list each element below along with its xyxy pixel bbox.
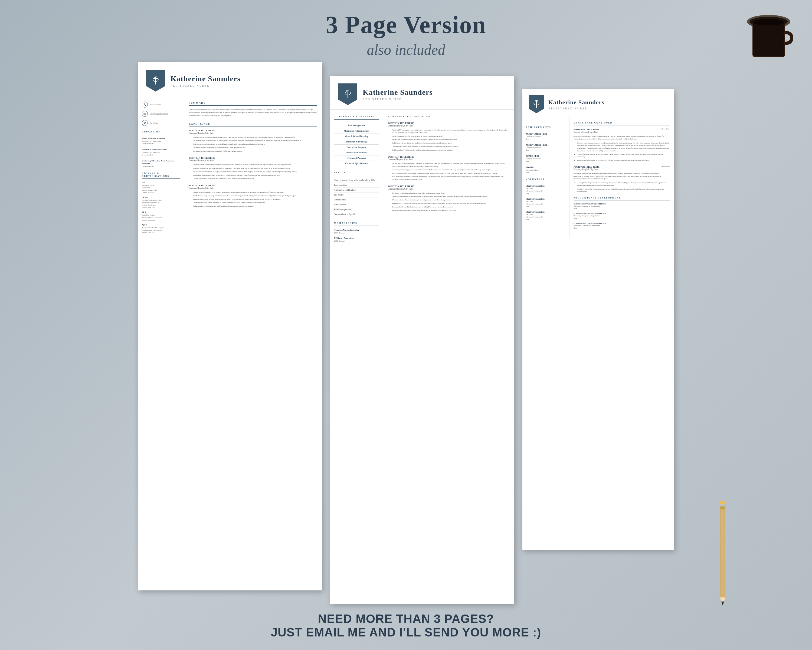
bullet: Able to facilitate positive relationship… — [577, 153, 670, 158]
cert-title: CCRN — [142, 196, 180, 199]
phone-text: 123.456.7890 — [150, 104, 161, 106]
company: Company/Hospital, City, State — [189, 132, 317, 134]
page3-main: EXPERIENCE continued POSITION TITLE HERE… — [570, 117, 674, 237]
cert-title: RN — [142, 182, 180, 184]
logo-badge-3 — [529, 95, 544, 113]
volunteer-date: Date — [526, 205, 566, 208]
bullet: Numbers are essential and really stand o… — [193, 167, 317, 170]
phone-contact: 123.456.7890 — [142, 102, 180, 107]
bullet: Created assessments, diagnoses, and plan… — [193, 177, 317, 180]
bullet: Collaborated with 4 other nursing staff … — [193, 205, 317, 208]
summary-text: Compassionate and dedicated registered n… — [189, 109, 317, 118]
education-item: Master of Science in Nursing University … — [142, 137, 180, 145]
svg-rect-19 — [720, 509, 721, 596]
edu-school: University of Pennsylvania — [142, 140, 180, 142]
volunteer-role: Your Role — [526, 187, 566, 190]
achievements-list: ACHIEVEMENT HERE Company or Hospital Dat… — [526, 133, 566, 174]
achievement-title: AWARD HERE — [526, 155, 566, 158]
company: Company/Hospital, City, State — [574, 131, 670, 133]
bullet: Consistently commended for organization,… — [577, 159, 670, 162]
bullet: Collaborate with physicians and staff to… — [392, 142, 509, 144]
skill-item: Self-Starter — [334, 193, 379, 197]
company: Company/Hospital, City, State — [388, 188, 509, 190]
job-title: POSITION TITLE HERE — [189, 129, 317, 132]
bullet: Organize your bullets from most impressi… — [193, 163, 317, 166]
bullet: Collaborated with 4 other nursing staff … — [392, 149, 509, 151]
volunteer-list: Charity/Organization Your Role Info abou… — [526, 185, 566, 221]
prof-dev-detail: University, Company or OrganizationDate — [574, 205, 670, 210]
experience-item: POSITION TITLE HERE Company/Hospital, Ci… — [388, 156, 509, 180]
bullet: This is VERY important – you need to sav… — [392, 128, 509, 134]
experience-item: POSITION TITLE HERE Company/Hospital, Ci… — [388, 122, 509, 151]
prof-dev-detail: University, Company or OrganizationDate — [574, 224, 670, 229]
page1-name-block: Katherine Saunders REGISTERED NURSE — [171, 75, 240, 87]
education-item: Continuing Education: Acute Coronary Syn… — [142, 160, 180, 168]
bottom-text: NEED MORE THAN 3 PAGES? JUST EMAIL ME AN… — [0, 612, 812, 639]
experience-list: POSITION TITLE HERE Company/Hospital, Ci… — [189, 129, 317, 208]
volunteer-item: Charity/Organization Your Role Info abou… — [526, 211, 566, 220]
skill-item: Excel under pressure — [334, 207, 379, 212]
membership-dates: 2022 - Present — [334, 240, 379, 243]
membership-dates: 2019 - Present — [334, 232, 379, 234]
bottom-line2: JUST EMAIL ME AND I'LL SEND YOU MORE :) — [0, 626, 812, 639]
page2-sidebar: AREAS OF EXPERTISE Pain ManagementMedica… — [330, 110, 383, 250]
bullet: Credited with careful attention to detai… — [577, 188, 670, 193]
achievement-title: HONORS — [526, 166, 566, 169]
bullet: Supervised refurbishing of meeting rooms… — [392, 195, 509, 198]
achievement-date: Date — [526, 171, 566, 174]
volunteer-item: Charity/Organization Your Role Info abou… — [526, 185, 566, 194]
job-title: POSITION TITLE HERE — [388, 185, 509, 188]
experience-item: POSITION TITLE HERE Company/Hospital, Ci… — [388, 185, 509, 212]
resume-page-1: Katherine Saunders REGISTERED NURSE 123.… — [138, 62, 322, 590]
volunteer-title: VOLUNTEER — [526, 178, 566, 182]
page1-header: Katherine Saunders REGISTERED NURSE — [138, 62, 322, 96]
job-title: POSITION TITLE HERE — [189, 184, 317, 187]
bullet: Assisted doctors in the delivery of medi… — [392, 202, 509, 205]
achievement-item: ACHIEVEMENT HERE Company or Hospital Dat… — [526, 133, 566, 140]
bullet: Provide direct quality care to 20 patien… — [193, 191, 317, 194]
page3-name: Katherine Saunders — [548, 99, 604, 106]
prof-dev-detail: University, Company or OrganizationDate — [574, 214, 670, 219]
page1-main: SUMMARY Compassionate and dedicated regi… — [184, 96, 322, 242]
job-title: POSITION TITLE HERE — [189, 156, 317, 159]
area-item: Emergency Response — [334, 145, 379, 150]
area-item: Medication Administration — [334, 128, 379, 134]
svg-marker-15 — [721, 601, 724, 606]
bullet: Successfully mentored 15+ new RNs and NP… — [193, 174, 317, 177]
achievement-title: ACHIEVEMENT HERE — [526, 133, 566, 135]
bullet: Try not to just list your job duties or … — [193, 139, 317, 142]
bullet: Communicated the patients' condition to … — [392, 145, 509, 148]
bullet: Decreased hospital readmission rates by … — [193, 150, 317, 153]
page2-header: Katherine Saunders REGISTERED NURSE — [330, 76, 514, 110]
page2-name-block: Katherine Saunders REGISTERED NURSE — [363, 88, 432, 101]
main-heading: 3 Page Version — [0, 11, 812, 39]
volunteer-item: Charity/Organization Your Role Info abou… — [526, 198, 566, 208]
page2-main: EXPERIENCE continued POSITION TITLE HERE… — [383, 110, 514, 250]
experience-item: POSITION TITLE HERE Company/Hospital, Ci… — [189, 184, 317, 208]
certification-list: RN Registered NurseConnecticutExpires Ja… — [142, 182, 180, 234]
bullet: Cooperated with a multi-disciplinary tea… — [392, 206, 509, 208]
achievement-date: Date — [526, 138, 566, 140]
page-heading: 3 Page Version also included — [0, 11, 812, 58]
page1-sidebar: 123.456.7890 youremail@mail.com City, St… — [138, 96, 184, 242]
edu-date: Graduation Date — [142, 142, 180, 145]
membership-org: American Nurses Association — [334, 229, 379, 232]
edu-date: Graduation Date — [142, 165, 180, 168]
volunteer-org: Charity/Organization — [526, 185, 566, 187]
page2-title: REGISTERED NURSE — [363, 98, 432, 101]
membership-org: CT Nurses Association — [334, 237, 379, 240]
skill-item: Detail-oriented — [334, 202, 379, 207]
page3-body: ACHIEVEMENTS ACHIEVEMENT HERE Company or… — [522, 117, 674, 237]
bullet: Educated patients about medications, tre… — [392, 199, 509, 201]
bullet: Assisted patients with limited mobility … — [193, 198, 317, 201]
area-item: Pain Management — [334, 123, 379, 128]
volunteer-info: Info about what you did — [526, 216, 566, 218]
cert-title: ACLS — [142, 224, 180, 226]
page2-body: AREAS OF EXPERTISE Pain ManagementMedica… — [330, 110, 514, 250]
edu-degree: Continuing Education: Acute Coronary Syn… — [142, 160, 180, 165]
cert-item: RN Registered NurseConnecticutExpires Ja… — [142, 182, 180, 194]
cert-detail: Certified Critical Care NurseAmerican As… — [142, 199, 180, 208]
volunteer-date: Date — [526, 192, 566, 194]
areas-list: Pain ManagementMedication Administration… — [334, 123, 379, 166]
pages-container: Katherine Saunders REGISTERED NURSE 123.… — [21, 62, 791, 607]
